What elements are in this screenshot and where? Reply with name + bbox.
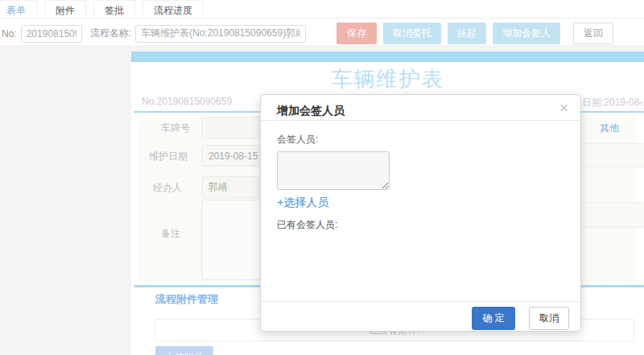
tab-process-progress[interactable]: 流程进度 [142, 0, 204, 18]
tab-form[interactable]: 表单 [0, 0, 37, 18]
cancel-delegate-button[interactable]: 取消委托 [383, 23, 441, 44]
process-name-label: 流程名称: [90, 27, 131, 40]
upload-attachment-button[interactable]: 上传附件 [155, 346, 213, 355]
tab-bar: 表单 附件 签批 流程进度 [0, 0, 644, 19]
no-input[interactable] [21, 25, 82, 43]
attachment-section-title: 流程附件管理 [155, 292, 218, 307]
form-title: 车辆维护表 [131, 65, 644, 93]
existing-countersign-label: 已有会签人员: [277, 218, 564, 232]
add-countersign-button[interactable]: 增加会签人 [493, 23, 560, 44]
process-name-input[interactable] [135, 25, 306, 43]
other-option-link[interactable]: 其他 [600, 122, 619, 135]
countersign-person-label: 会签人员: [277, 133, 564, 147]
modal-body: 会签人员: +选择人员 已有会签人员: [261, 121, 580, 232]
add-countersign-modal: 增加会签人员 × 会签人员: +选择人员 已有会签人员: 确 定 取消 [260, 94, 581, 332]
back-button[interactable]: 返回 [573, 23, 613, 44]
form-no-text: No.20190815090659 [142, 96, 232, 107]
modal-title: 增加会签人员 [277, 104, 345, 117]
handler-label: 经办人 [153, 181, 182, 195]
save-button[interactable]: 保存 [336, 23, 377, 44]
tab-approval[interactable]: 签批 [93, 0, 135, 18]
modal-footer: 确 定 取消 [261, 301, 580, 331]
select-person-link[interactable]: +选择人员 [277, 196, 328, 210]
no-label: No: [2, 28, 17, 39]
maintain-date-label: 维护日期 [149, 150, 188, 163]
panel-top-accent-bar [131, 52, 644, 62]
top-bar: 表单 附件 签批 流程进度 No: 流程名称: 保存 取消委托 挂起 增加会签人… [0, 0, 644, 45]
confirm-button[interactable]: 确 定 [472, 307, 514, 330]
plate-label: 车牌号 [161, 122, 190, 135]
remark-label: 备注 [161, 227, 180, 241]
cancel-button[interactable]: 取消 [529, 307, 569, 330]
modal-header: 增加会签人员 × [261, 95, 580, 121]
countersign-person-textarea[interactable] [277, 151, 390, 190]
suspend-button[interactable]: 挂起 [448, 23, 486, 44]
form-date-text: 日期:2019-08-15 [582, 96, 644, 109]
tab-attachment[interactable]: 附件 [44, 0, 86, 18]
toolbar: No: 流程名称: 保存 取消委托 挂起 增加会签人 返回 [0, 19, 644, 44]
close-icon[interactable]: × [559, 99, 568, 117]
